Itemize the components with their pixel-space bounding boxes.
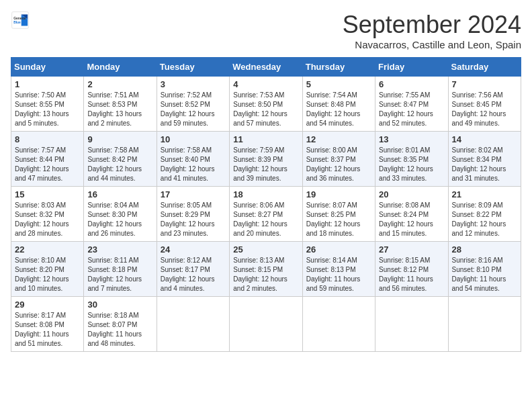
- calendar-cell: 24Sunrise: 8:12 AM Sunset: 8:17 PM Dayli…: [157, 242, 229, 297]
- day-number: 25: [233, 244, 298, 255]
- svg-text:General: General: [13, 17, 26, 20]
- day-number: 17: [161, 189, 226, 199]
- calendar-cell: 21Sunrise: 8:09 AM Sunset: 8:22 PM Dayli…: [448, 187, 521, 242]
- day-details: Sunrise: 7:58 AM Sunset: 8:40 PM Dayligh…: [161, 146, 226, 183]
- day-number: 15: [15, 189, 80, 199]
- calendar-cell: 15Sunrise: 8:03 AM Sunset: 8:32 PM Dayli…: [11, 187, 84, 242]
- day-number: 29: [15, 300, 80, 310]
- day-details: Sunrise: 7:56 AM Sunset: 8:45 PM Dayligh…: [452, 91, 517, 128]
- day-details: Sunrise: 8:17 AM Sunset: 8:08 PM Dayligh…: [15, 311, 80, 349]
- header-day-monday: Monday: [84, 58, 157, 77]
- day-details: Sunrise: 8:14 AM Sunset: 8:13 PM Dayligh…: [306, 256, 371, 293]
- location: Navacarros, Castille and Leon, Spain: [343, 39, 521, 50]
- calendar-cell: 26Sunrise: 8:14 AM Sunset: 8:13 PM Dayli…: [302, 242, 375, 297]
- calendar-cell: [230, 297, 302, 352]
- calendar-cell: 11Sunrise: 7:59 AM Sunset: 8:39 PM Dayli…: [230, 132, 302, 187]
- calendar-cell: 7Sunrise: 7:56 AM Sunset: 8:45 PM Daylig…: [448, 77, 521, 132]
- day-number: 1: [15, 79, 80, 89]
- day-number: 28: [452, 244, 517, 255]
- day-details: Sunrise: 8:09 AM Sunset: 8:22 PM Dayligh…: [452, 201, 517, 238]
- calendar-cell: 29Sunrise: 8:17 AM Sunset: 8:08 PM Dayli…: [11, 297, 84, 352]
- week-row-1: 8Sunrise: 7:57 AM Sunset: 8:44 PM Daylig…: [11, 132, 521, 187]
- calendar-cell: [375, 297, 448, 352]
- calendar-cell: 20Sunrise: 8:08 AM Sunset: 8:24 PM Dayli…: [375, 187, 448, 242]
- day-details: Sunrise: 8:16 AM Sunset: 8:10 PM Dayligh…: [452, 256, 517, 293]
- day-number: 11: [233, 134, 298, 144]
- day-details: Sunrise: 8:11 AM Sunset: 8:18 PM Dayligh…: [87, 256, 152, 293]
- header: General Blue September 2024 Navacarros, …: [11, 11, 521, 50]
- day-details: Sunrise: 7:50 AM Sunset: 8:55 PM Dayligh…: [15, 91, 80, 128]
- calendar-cell: 10Sunrise: 7:58 AM Sunset: 8:40 PM Dayli…: [157, 132, 229, 187]
- calendar-cell: 17Sunrise: 8:05 AM Sunset: 8:29 PM Dayli…: [157, 187, 229, 242]
- week-row-0: 1Sunrise: 7:50 AM Sunset: 8:55 PM Daylig…: [11, 77, 521, 132]
- calendar-cell: 2Sunrise: 7:51 AM Sunset: 8:53 PM Daylig…: [84, 77, 157, 132]
- calendar-cell: 12Sunrise: 8:00 AM Sunset: 8:37 PM Dayli…: [302, 132, 375, 187]
- header-day-saturday: Saturday: [448, 58, 521, 77]
- calendar-cell: 13Sunrise: 8:01 AM Sunset: 8:35 PM Dayli…: [375, 132, 448, 187]
- day-details: Sunrise: 8:05 AM Sunset: 8:29 PM Dayligh…: [161, 201, 226, 238]
- calendar-cell: 5Sunrise: 7:54 AM Sunset: 8:48 PM Daylig…: [302, 77, 375, 132]
- day-number: 8: [15, 134, 80, 144]
- day-number: 26: [306, 244, 371, 255]
- day-details: Sunrise: 7:54 AM Sunset: 8:48 PM Dayligh…: [306, 91, 371, 128]
- day-details: Sunrise: 8:04 AM Sunset: 8:30 PM Dayligh…: [87, 201, 152, 238]
- svg-rect-3: [13, 13, 21, 28]
- header-day-friday: Friday: [375, 58, 448, 77]
- calendar-cell: 30Sunrise: 8:18 AM Sunset: 8:07 PM Dayli…: [84, 297, 157, 352]
- calendar-cell: 9Sunrise: 7:58 AM Sunset: 8:42 PM Daylig…: [84, 132, 157, 187]
- day-number: 13: [379, 134, 444, 144]
- day-details: Sunrise: 8:08 AM Sunset: 8:24 PM Dayligh…: [379, 201, 444, 238]
- day-details: Sunrise: 8:01 AM Sunset: 8:35 PM Dayligh…: [379, 146, 444, 183]
- day-details: Sunrise: 7:57 AM Sunset: 8:44 PM Dayligh…: [15, 146, 80, 183]
- day-number: 18: [233, 189, 298, 199]
- calendar-cell: 22Sunrise: 8:10 AM Sunset: 8:20 PM Dayli…: [11, 242, 84, 297]
- day-details: Sunrise: 7:52 AM Sunset: 8:52 PM Dayligh…: [161, 91, 226, 128]
- day-details: Sunrise: 8:15 AM Sunset: 8:12 PM Dayligh…: [379, 256, 444, 293]
- calendar-cell: 18Sunrise: 8:06 AM Sunset: 8:27 PM Dayli…: [230, 187, 302, 242]
- day-details: Sunrise: 8:03 AM Sunset: 8:32 PM Dayligh…: [15, 201, 80, 238]
- day-number: 6: [379, 79, 444, 89]
- calendar-cell: 16Sunrise: 8:04 AM Sunset: 8:30 PM Dayli…: [84, 187, 157, 242]
- day-number: 3: [161, 79, 226, 89]
- calendar-cell: 25Sunrise: 8:13 AM Sunset: 8:15 PM Dayli…: [230, 242, 302, 297]
- day-details: Sunrise: 8:12 AM Sunset: 8:17 PM Dayligh…: [161, 256, 226, 293]
- month-title: September 2024: [343, 11, 521, 39]
- day-number: 9: [87, 134, 152, 144]
- header-day-sunday: Sunday: [11, 58, 84, 77]
- day-number: 22: [15, 244, 80, 255]
- day-number: 19: [306, 189, 371, 199]
- header-day-wednesday: Wednesday: [230, 58, 302, 77]
- week-row-3: 22Sunrise: 8:10 AM Sunset: 8:20 PM Dayli…: [11, 242, 521, 297]
- calendar-cell: 3Sunrise: 7:52 AM Sunset: 8:52 PM Daylig…: [157, 77, 229, 132]
- calendar-cell: 14Sunrise: 8:02 AM Sunset: 8:34 PM Dayli…: [448, 132, 521, 187]
- day-number: 21: [452, 189, 517, 199]
- calendar-cell: [448, 297, 521, 352]
- day-number: 4: [233, 79, 298, 89]
- day-details: Sunrise: 8:10 AM Sunset: 8:20 PM Dayligh…: [15, 256, 80, 293]
- day-number: 2: [87, 79, 152, 89]
- calendar-cell: 23Sunrise: 8:11 AM Sunset: 8:18 PM Dayli…: [84, 242, 157, 297]
- logo: General Blue: [11, 11, 32, 30]
- calendar-cell: 27Sunrise: 8:15 AM Sunset: 8:12 PM Dayli…: [375, 242, 448, 297]
- day-details: Sunrise: 8:06 AM Sunset: 8:27 PM Dayligh…: [233, 201, 298, 238]
- day-number: 14: [452, 134, 517, 144]
- day-details: Sunrise: 8:02 AM Sunset: 8:34 PM Dayligh…: [452, 146, 517, 183]
- calendar-cell: [157, 297, 229, 352]
- calendar-cell: 6Sunrise: 7:55 AM Sunset: 8:47 PM Daylig…: [375, 77, 448, 132]
- day-details: Sunrise: 8:00 AM Sunset: 8:37 PM Dayligh…: [306, 146, 371, 183]
- day-details: Sunrise: 7:53 AM Sunset: 8:50 PM Dayligh…: [233, 91, 298, 128]
- calendar-cell: 19Sunrise: 8:07 AM Sunset: 8:25 PM Dayli…: [302, 187, 375, 242]
- calendar-cell: [302, 297, 375, 352]
- day-details: Sunrise: 7:51 AM Sunset: 8:53 PM Dayligh…: [87, 91, 152, 128]
- day-number: 30: [87, 300, 152, 310]
- day-details: Sunrise: 8:07 AM Sunset: 8:25 PM Dayligh…: [306, 201, 371, 238]
- day-number: 24: [161, 244, 226, 255]
- day-details: Sunrise: 8:18 AM Sunset: 8:07 PM Dayligh…: [87, 311, 152, 349]
- calendar-table: SundayMondayTuesdayWednesdayThursdayFrid…: [11, 57, 521, 352]
- calendar-cell: 8Sunrise: 7:57 AM Sunset: 8:44 PM Daylig…: [11, 132, 84, 187]
- calendar-cell: 28Sunrise: 8:16 AM Sunset: 8:10 PM Dayli…: [448, 242, 521, 297]
- day-number: 7: [452, 79, 517, 89]
- day-number: 16: [87, 189, 152, 199]
- day-number: 10: [161, 134, 226, 144]
- day-details: Sunrise: 7:59 AM Sunset: 8:39 PM Dayligh…: [233, 146, 298, 183]
